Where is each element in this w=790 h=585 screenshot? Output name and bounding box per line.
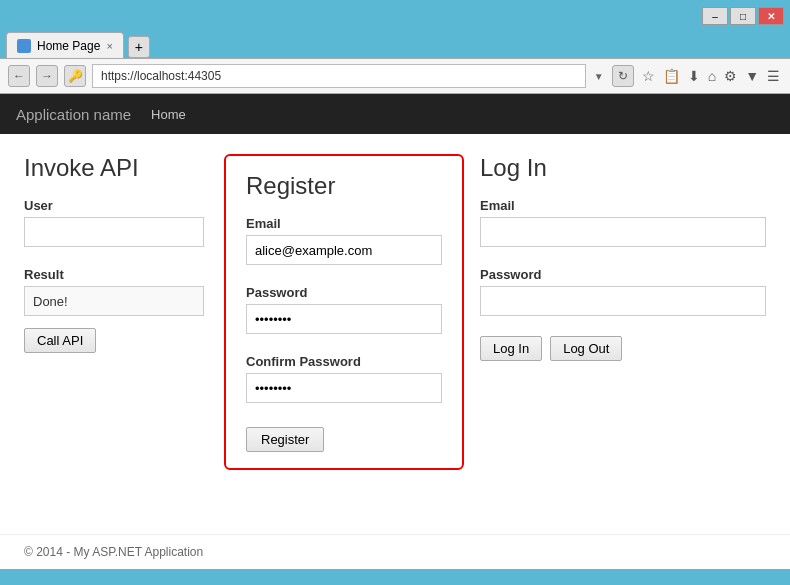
footer-text: © 2014 - My ASP.NET Application (24, 545, 203, 559)
back-button[interactable]: ← (8, 65, 30, 87)
login-buttons: Log In Log Out (480, 336, 766, 361)
result-box: Done! (24, 286, 204, 316)
invoke-api-section: Invoke API User Result Done! Call API (24, 154, 224, 470)
register-button[interactable]: Register (246, 427, 324, 452)
register-email-input[interactable] (246, 235, 442, 265)
browser-window: – □ ✕ Home Page × + ← → 🔑 https://localh… (0, 0, 790, 569)
invoke-section-title: Invoke API (24, 154, 204, 182)
register-section: Register Email Password Confirm Password… (224, 154, 464, 470)
settings-icon[interactable]: ⚙ (722, 66, 739, 86)
tab-label: Home Page (37, 39, 100, 53)
key-icon: 🔑 (64, 65, 86, 87)
login-section-title: Log In (480, 154, 766, 182)
tabs-bar: Home Page × + (0, 28, 790, 58)
login-email-group: Email (480, 198, 766, 259)
clipboard-icon[interactable]: 📋 (661, 66, 682, 86)
result-label: Result (24, 267, 204, 282)
menu-icon[interactable]: ☰ (765, 66, 782, 86)
home-icon[interactable]: ⌂ (706, 66, 718, 86)
toolbar-icons: ☆ 📋 ⬇ ⌂ ⚙ ▼ ☰ (640, 66, 782, 86)
tab-close-button[interactable]: × (106, 40, 112, 52)
register-password-input[interactable] (246, 304, 442, 334)
register-email-label: Email (246, 216, 442, 231)
user-input[interactable] (24, 217, 204, 247)
address-input[interactable]: https://localhost:44305 (92, 64, 586, 88)
page-content: Invoke API User Result Done! Call API Re… (0, 134, 790, 534)
minimize-button[interactable]: – (702, 7, 728, 25)
register-confirm-label: Confirm Password (246, 354, 442, 369)
register-confirm-group: Confirm Password (246, 354, 442, 415)
result-field-group: Result Done! (24, 267, 204, 316)
login-email-label: Email (480, 198, 766, 213)
forward-button[interactable]: → (36, 65, 58, 87)
dropdown-icon[interactable]: ▼ (592, 69, 606, 83)
address-bar: ← → 🔑 https://localhost:44305 ▼ ↻ ☆ 📋 ⬇ … (0, 58, 790, 94)
app-navbar: Application name Home (0, 94, 790, 134)
login-password-input[interactable] (480, 286, 766, 316)
user-label: User (24, 198, 204, 213)
login-email-input[interactable] (480, 217, 766, 247)
login-password-label: Password (480, 267, 766, 282)
sections-container: Invoke API User Result Done! Call API Re… (24, 154, 766, 470)
app-brand: Application name (16, 106, 131, 123)
register-email-group: Email (246, 216, 442, 277)
logout-button[interactable]: Log Out (550, 336, 622, 361)
star-icon[interactable]: ☆ (640, 66, 657, 86)
register-confirm-input[interactable] (246, 373, 442, 403)
login-password-group: Password (480, 267, 766, 328)
refresh-button[interactable]: ↻ (612, 65, 634, 87)
dropdown-icon2[interactable]: ▼ (743, 66, 761, 86)
register-section-title: Register (246, 172, 442, 200)
tab-favicon (17, 39, 31, 53)
login-section: Log In Email Password Log In Log Out (464, 154, 766, 470)
download-icon[interactable]: ⬇ (686, 66, 702, 86)
user-field-group: User (24, 198, 204, 259)
new-tab-button[interactable]: + (128, 36, 150, 58)
nav-home-link[interactable]: Home (151, 107, 186, 122)
register-password-group: Password (246, 285, 442, 346)
restore-button[interactable]: □ (730, 7, 756, 25)
close-button[interactable]: ✕ (758, 7, 784, 25)
address-text: https://localhost:44305 (101, 69, 221, 83)
register-password-label: Password (246, 285, 442, 300)
login-button[interactable]: Log In (480, 336, 542, 361)
page-footer: © 2014 - My ASP.NET Application (0, 534, 790, 569)
active-tab[interactable]: Home Page × (6, 32, 124, 58)
call-api-button[interactable]: Call API (24, 328, 96, 353)
title-bar: – □ ✕ (0, 0, 790, 28)
